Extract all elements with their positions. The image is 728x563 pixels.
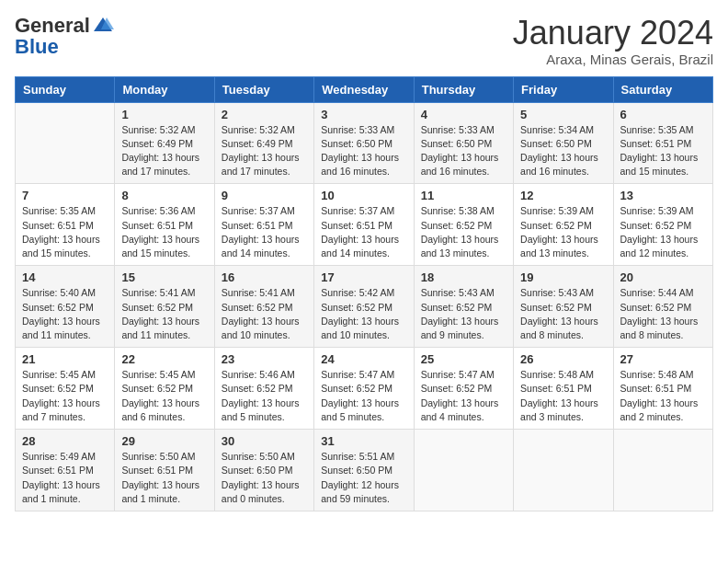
- table-row: 10Sunrise: 5:37 AM Sunset: 6:51 PM Dayli…: [314, 184, 414, 266]
- day-number: 6: [620, 108, 706, 121]
- table-row: 14Sunrise: 5:40 AM Sunset: 6:52 PM Dayli…: [16, 266, 115, 348]
- day-number: 10: [321, 189, 406, 202]
- day-number: 5: [520, 108, 606, 121]
- day-number: 22: [121, 352, 207, 366]
- day-number: 7: [22, 189, 108, 202]
- calendar-week-3: 14Sunrise: 5:40 AM Sunset: 6:52 PM Dayli…: [16, 266, 713, 348]
- day-info: Sunrise: 5:39 AM Sunset: 6:52 PM Dayligh…: [520, 204, 606, 260]
- day-number: 14: [22, 270, 108, 284]
- table-row: 18Sunrise: 5:43 AM Sunset: 6:52 PM Dayli…: [414, 266, 513, 348]
- day-number: 1: [121, 108, 207, 121]
- day-number: 9: [222, 189, 307, 202]
- day-number: 15: [121, 270, 207, 284]
- day-number: 26: [520, 352, 606, 366]
- day-info: Sunrise: 5:50 AM Sunset: 6:50 PM Dayligh…: [222, 450, 307, 506]
- header-sunday: Sunday: [16, 76, 115, 102]
- calendar-week-5: 28Sunrise: 5:49 AM Sunset: 6:51 PM Dayli…: [16, 430, 713, 511]
- table-row: 22Sunrise: 5:45 AM Sunset: 6:52 PM Dayli…: [115, 348, 214, 430]
- table-row: 12Sunrise: 5:39 AM Sunset: 6:52 PM Dayli…: [514, 184, 613, 266]
- day-number: 8: [121, 189, 207, 202]
- day-info: Sunrise: 5:39 AM Sunset: 6:52 PM Dayligh…: [620, 204, 706, 260]
- day-info: Sunrise: 5:33 AM Sunset: 6:50 PM Dayligh…: [421, 123, 506, 179]
- day-number: 21: [22, 352, 108, 366]
- logo-general: General: [15, 16, 90, 36]
- day-info: Sunrise: 5:34 AM Sunset: 6:50 PM Dayligh…: [520, 123, 606, 179]
- day-info: Sunrise: 5:48 AM Sunset: 6:51 PM Dayligh…: [620, 368, 706, 424]
- header: General Blue January 2024 Araxa, Minas G…: [15, 15, 713, 67]
- table-row: 4Sunrise: 5:33 AM Sunset: 6:50 PM Daylig…: [414, 102, 513, 184]
- table-row: 23Sunrise: 5:46 AM Sunset: 6:52 PM Dayli…: [214, 348, 313, 430]
- day-number: 23: [222, 352, 307, 366]
- day-info: Sunrise: 5:44 AM Sunset: 6:52 PM Dayligh…: [620, 286, 706, 342]
- day-info: Sunrise: 5:35 AM Sunset: 6:51 PM Dayligh…: [620, 123, 706, 179]
- weekday-header-row: Sunday Monday Tuesday Wednesday Thursday…: [16, 76, 713, 102]
- table-row: 15Sunrise: 5:41 AM Sunset: 6:52 PM Dayli…: [115, 266, 214, 348]
- table-row: 30Sunrise: 5:50 AM Sunset: 6:50 PM Dayli…: [214, 430, 313, 511]
- day-info: Sunrise: 5:35 AM Sunset: 6:51 PM Dayligh…: [22, 204, 108, 260]
- day-info: Sunrise: 5:42 AM Sunset: 6:52 PM Dayligh…: [321, 286, 406, 342]
- table-row: 27Sunrise: 5:48 AM Sunset: 6:51 PM Dayli…: [613, 348, 712, 430]
- day-info: Sunrise: 5:47 AM Sunset: 6:52 PM Dayligh…: [321, 368, 406, 424]
- day-number: 4: [421, 108, 506, 121]
- header-friday: Friday: [514, 76, 613, 102]
- header-wednesday: Wednesday: [314, 76, 414, 102]
- table-row: 2Sunrise: 5:32 AM Sunset: 6:49 PM Daylig…: [214, 102, 313, 184]
- calendar-week-2: 7Sunrise: 5:35 AM Sunset: 6:51 PM Daylig…: [16, 184, 713, 266]
- logo-blue: Blue: [15, 35, 59, 58]
- day-number: 25: [421, 352, 506, 366]
- table-row: 24Sunrise: 5:47 AM Sunset: 6:52 PM Dayli…: [314, 348, 414, 430]
- day-info: Sunrise: 5:43 AM Sunset: 6:52 PM Dayligh…: [421, 286, 506, 342]
- table-row: 26Sunrise: 5:48 AM Sunset: 6:51 PM Dayli…: [514, 348, 613, 430]
- table-row: 13Sunrise: 5:39 AM Sunset: 6:52 PM Dayli…: [613, 184, 712, 266]
- table-row: 5Sunrise: 5:34 AM Sunset: 6:50 PM Daylig…: [514, 102, 613, 184]
- day-number: 31: [321, 434, 406, 448]
- table-row: [414, 430, 513, 511]
- table-row: 25Sunrise: 5:47 AM Sunset: 6:52 PM Dayli…: [414, 348, 513, 430]
- table-row: 28Sunrise: 5:49 AM Sunset: 6:51 PM Dayli…: [16, 430, 115, 511]
- table-row: 7Sunrise: 5:35 AM Sunset: 6:51 PM Daylig…: [16, 184, 115, 266]
- day-number: 13: [620, 189, 706, 202]
- day-info: Sunrise: 5:48 AM Sunset: 6:51 PM Dayligh…: [520, 368, 606, 424]
- table-row: 29Sunrise: 5:50 AM Sunset: 6:51 PM Dayli…: [115, 430, 214, 511]
- table-row: [514, 430, 613, 511]
- table-row: 8Sunrise: 5:36 AM Sunset: 6:51 PM Daylig…: [115, 184, 214, 266]
- calendar-table: Sunday Monday Tuesday Wednesday Thursday…: [15, 76, 713, 511]
- day-number: 29: [121, 434, 207, 448]
- title-area: January 2024 Araxa, Minas Gerais, Brazil: [513, 15, 713, 67]
- day-info: Sunrise: 5:40 AM Sunset: 6:52 PM Dayligh…: [22, 286, 108, 342]
- table-row: 6Sunrise: 5:35 AM Sunset: 6:51 PM Daylig…: [613, 102, 712, 184]
- day-info: Sunrise: 5:37 AM Sunset: 6:51 PM Dayligh…: [222, 204, 307, 260]
- day-info: Sunrise: 5:49 AM Sunset: 6:51 PM Dayligh…: [22, 450, 108, 506]
- day-number: 28: [22, 434, 108, 448]
- day-info: Sunrise: 5:43 AM Sunset: 6:52 PM Dayligh…: [520, 286, 606, 342]
- calendar-title: January 2024: [513, 15, 713, 52]
- day-number: 3: [321, 108, 406, 121]
- table-row: 11Sunrise: 5:38 AM Sunset: 6:52 PM Dayli…: [414, 184, 513, 266]
- day-info: Sunrise: 5:37 AM Sunset: 6:51 PM Dayligh…: [321, 204, 406, 260]
- table-row: [613, 430, 712, 511]
- day-number: 30: [222, 434, 307, 448]
- day-info: Sunrise: 5:46 AM Sunset: 6:52 PM Dayligh…: [222, 368, 307, 424]
- day-info: Sunrise: 5:32 AM Sunset: 6:49 PM Dayligh…: [222, 123, 307, 179]
- day-info: Sunrise: 5:41 AM Sunset: 6:52 PM Dayligh…: [222, 286, 307, 342]
- day-number: 27: [620, 352, 706, 366]
- table-row: 16Sunrise: 5:41 AM Sunset: 6:52 PM Dayli…: [214, 266, 313, 348]
- day-info: Sunrise: 5:45 AM Sunset: 6:52 PM Dayligh…: [22, 368, 108, 424]
- calendar-week-1: 1Sunrise: 5:32 AM Sunset: 6:49 PM Daylig…: [16, 102, 713, 184]
- day-info: Sunrise: 5:36 AM Sunset: 6:51 PM Dayligh…: [121, 204, 207, 260]
- table-row: 1Sunrise: 5:32 AM Sunset: 6:49 PM Daylig…: [115, 102, 214, 184]
- day-info: Sunrise: 5:45 AM Sunset: 6:52 PM Dayligh…: [121, 368, 207, 424]
- day-info: Sunrise: 5:41 AM Sunset: 6:52 PM Dayligh…: [121, 286, 207, 342]
- table-row: 21Sunrise: 5:45 AM Sunset: 6:52 PM Dayli…: [16, 348, 115, 430]
- day-info: Sunrise: 5:47 AM Sunset: 6:52 PM Dayligh…: [421, 368, 506, 424]
- day-number: 18: [421, 270, 506, 284]
- day-number: 24: [321, 352, 406, 366]
- table-row: 19Sunrise: 5:43 AM Sunset: 6:52 PM Dayli…: [514, 266, 613, 348]
- day-number: 19: [520, 270, 606, 284]
- table-row: 31Sunrise: 5:51 AM Sunset: 6:50 PM Dayli…: [314, 430, 414, 511]
- day-number: 17: [321, 270, 406, 284]
- table-row: 17Sunrise: 5:42 AM Sunset: 6:52 PM Dayli…: [314, 266, 414, 348]
- calendar-subtitle: Araxa, Minas Gerais, Brazil: [513, 52, 713, 67]
- day-info: Sunrise: 5:50 AM Sunset: 6:51 PM Dayligh…: [121, 450, 207, 506]
- table-row: 20Sunrise: 5:44 AM Sunset: 6:52 PM Dayli…: [613, 266, 712, 348]
